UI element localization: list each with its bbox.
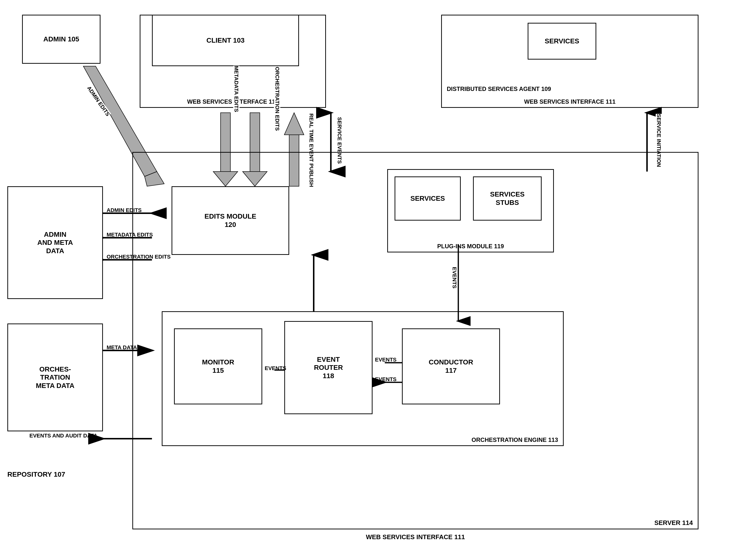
diagram: ADMIN 105 CLIENT 103 WEB SERVICES INTERF… bbox=[0, 0, 735, 560]
monitor-box: MONITOR115 bbox=[174, 328, 262, 404]
events-plugins-label: EVENTS bbox=[451, 267, 458, 288]
orch-engine-label: ORCHESTRATION ENGINE 113 bbox=[472, 436, 558, 443]
conductor-label: CONDUCTOR117 bbox=[429, 358, 473, 374]
services-inner-box: SERVICES bbox=[528, 23, 596, 60]
admin-label: ADMIN 105 bbox=[43, 35, 79, 43]
event-router-box: EVENTROUTER118 bbox=[284, 321, 373, 414]
wsi-services-label: WEB SERVICES INTERFACE 111 bbox=[524, 98, 616, 105]
edits-module-label: EDITS MODULE120 bbox=[204, 212, 256, 229]
orch-meta-box: ORCHES-TRATIONMETA DATA bbox=[7, 324, 103, 431]
conductor-box: CONDUCTOR117 bbox=[402, 328, 500, 404]
wsi-bottom-label: WEB SERVICES INTERFACE 111 bbox=[366, 533, 465, 541]
services-plugins-label: SERVICES bbox=[410, 194, 445, 203]
services-agent-outer: SERVICES DISTRIBUTED SERVICES AGENT 109 … bbox=[441, 15, 698, 108]
edits-module-box: EDITS MODULE120 bbox=[172, 186, 289, 255]
events-audit-label: EVENTS AND AUDIT DATA bbox=[29, 433, 97, 439]
events-router-conductor-2-label: EVENTS bbox=[375, 376, 397, 383]
admin-edits-h-label: ADMIN EDITS bbox=[107, 207, 142, 213]
events-monitor-router-label: EVENTS bbox=[265, 365, 286, 372]
repository-label: REPOSITORY 107 bbox=[7, 471, 65, 478]
services-inner-label: SERVICES bbox=[545, 37, 579, 45]
metadata-edits-v-label: METADATA EDITS bbox=[233, 66, 239, 112]
server-label: SERVER 114 bbox=[654, 519, 693, 527]
wsi-client-label: WEB SERVICES INTERFACE 111 bbox=[187, 98, 279, 105]
orch-meta-label: ORCHES-TRATIONMETA DATA bbox=[36, 365, 75, 390]
orch-edits-v-label: ORCHESTRATION EDITS bbox=[274, 67, 280, 131]
wsi-client-box: WEB SERVICES INTERFACE 111 bbox=[140, 15, 326, 108]
admin-meta-label: ADMINAND METADATA bbox=[37, 230, 73, 255]
monitor-label: MONITOR115 bbox=[202, 358, 234, 374]
meta-data-h-label: META DATA bbox=[107, 344, 137, 351]
admin-edits-v-label: ADMIN EDITS bbox=[86, 85, 111, 117]
services-plugins-box: SERVICES bbox=[395, 176, 461, 221]
dist-services-label: DISTRIBUTED SERVICES AGENT 109 bbox=[447, 86, 551, 92]
plugins-label: PLUG-INS MODULE 119 bbox=[437, 243, 504, 250]
metadata-edits-h-label: METADATA EDITS bbox=[107, 232, 153, 238]
events-router-conductor-1-label: EVENTS bbox=[375, 357, 397, 363]
event-router-label: EVENTROUTER118 bbox=[314, 355, 343, 380]
admin-box: ADMIN 105 bbox=[22, 15, 100, 64]
orch-edits-h-label: ORCHESTRATION EDITS bbox=[107, 254, 171, 260]
services-stubs-box: SERVICESSTUBS bbox=[473, 176, 542, 221]
svg-marker-11 bbox=[284, 113, 304, 135]
services-stubs-label: SERVICESSTUBS bbox=[490, 190, 524, 207]
admin-meta-box: ADMINAND METADATA bbox=[7, 186, 103, 299]
